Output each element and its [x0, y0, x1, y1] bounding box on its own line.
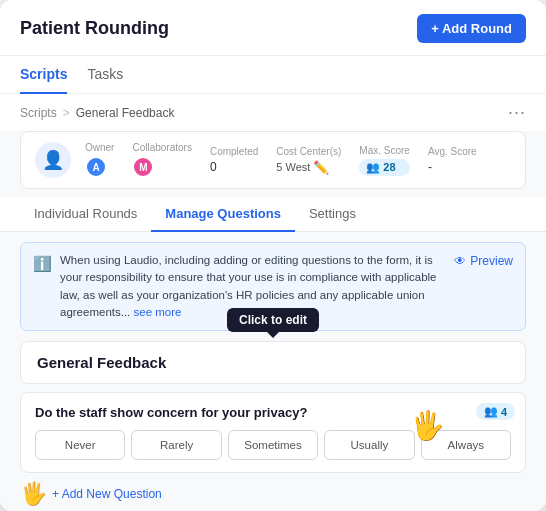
dots-menu-button[interactable]: ··· [508, 102, 526, 123]
breadcrumb-current: General Feedback [76, 106, 175, 120]
person-icon: 👥 [366, 161, 380, 174]
tab-individual-rounds[interactable]: Individual Rounds [20, 197, 151, 232]
collaborators-label: Collaborators [132, 142, 191, 153]
meta-cost-center: Cost Center(s) 5 West ✏️ [276, 146, 341, 175]
score-badge-1: 👥 4 [476, 403, 515, 420]
option-sometimes-1[interactable]: Sometimes [228, 430, 318, 460]
breadcrumb: Scripts > General Feedback [20, 106, 174, 120]
cost-center-value: 5 West ✏️ [276, 160, 341, 175]
cursor-hand-small: 🖐 [20, 481, 47, 507]
max-score-badge: 👥 28 [359, 159, 410, 176]
tab-tasks[interactable]: Tasks [87, 56, 123, 94]
app-container: Patient Rounding + Add Round Scripts Tas… [0, 0, 546, 511]
add-round-button[interactable]: + Add Round [417, 14, 526, 43]
question-card-1: 👥 4 Do the staff show concern for your p… [20, 392, 526, 473]
click-to-edit-tooltip: Click to edit [227, 308, 319, 332]
breadcrumb-parent[interactable]: Scripts [20, 106, 57, 120]
collaborator-avatar: M [132, 156, 154, 178]
max-score-label: Max. Score [359, 145, 410, 156]
meta-completed: Completed 0 [210, 146, 258, 174]
header: Patient Rounding + Add Round [0, 0, 546, 56]
owner-avatar: A [85, 156, 107, 178]
main-content: Scripts > General Feedback ··· 👤 Owner A… [0, 94, 546, 511]
sub-tabs-bar: Individual Rounds Manage Questions Setti… [0, 197, 546, 232]
info-icon: ℹ️ [33, 253, 52, 276]
avg-score-label: Avg. Score [428, 146, 477, 157]
question-text-1: Do the staff show concern for your priva… [35, 405, 511, 420]
eye-icon: 👁 [454, 252, 466, 270]
option-always-1[interactable]: Always [421, 430, 511, 460]
meta-collaborators: Collaborators M [132, 142, 191, 178]
script-meta: Owner A Collaborators M Completed 0 Co [85, 142, 511, 178]
tab-manage-questions[interactable]: Manage Questions [151, 197, 295, 232]
option-rarely-1[interactable]: Rarely [131, 430, 221, 460]
edit-icon[interactable]: ✏️ [313, 160, 329, 175]
add-question-label[interactable]: + Add New Question [52, 487, 162, 501]
option-never-1[interactable]: Never [35, 430, 125, 460]
preview-button[interactable]: 👁 Preview [454, 252, 513, 270]
see-more-link[interactable]: see more [134, 306, 182, 318]
section-header: Click to edit General Feedback [20, 341, 526, 384]
completed-label: Completed [210, 146, 258, 157]
meta-owner: Owner A [85, 142, 114, 178]
people-icon-1: 👥 [484, 405, 498, 418]
avg-score-value: - [428, 160, 477, 174]
option-usually-1[interactable]: Usually [324, 430, 414, 460]
owner-label: Owner [85, 142, 114, 153]
section-title: General Feedback [37, 354, 166, 371]
script-avatar: 👤 [35, 142, 71, 178]
meta-avg-score: Avg. Score - [428, 146, 477, 174]
top-tabs-bar: Scripts Tasks [0, 56, 546, 94]
section-title-box[interactable]: Click to edit General Feedback [20, 341, 526, 384]
cost-center-label: Cost Center(s) [276, 146, 341, 157]
completed-value: 0 [210, 160, 258, 174]
add-question-row[interactable]: 🖐 + Add New Question [20, 481, 526, 507]
meta-max-score: Max. Score 👥 28 [359, 145, 410, 176]
breadcrumb-separator: > [63, 106, 70, 120]
breadcrumb-row: Scripts > General Feedback ··· [0, 94, 546, 131]
tab-scripts[interactable]: Scripts [20, 56, 67, 94]
script-info-card: 👤 Owner A Collaborators M Completed 0 [20, 131, 526, 189]
options-row-1: Never Rarely Sometimes Usually Always [35, 430, 511, 460]
app-title: Patient Rounding [20, 18, 169, 39]
tab-settings[interactable]: Settings [295, 197, 370, 232]
